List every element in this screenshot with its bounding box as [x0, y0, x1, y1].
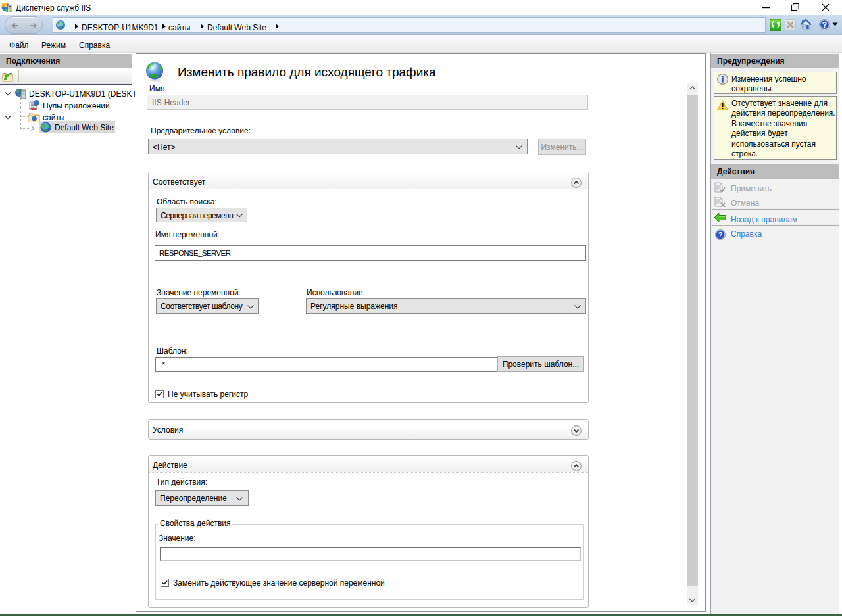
- svg-text:?: ?: [822, 20, 827, 30]
- svg-text:?: ?: [718, 231, 722, 239]
